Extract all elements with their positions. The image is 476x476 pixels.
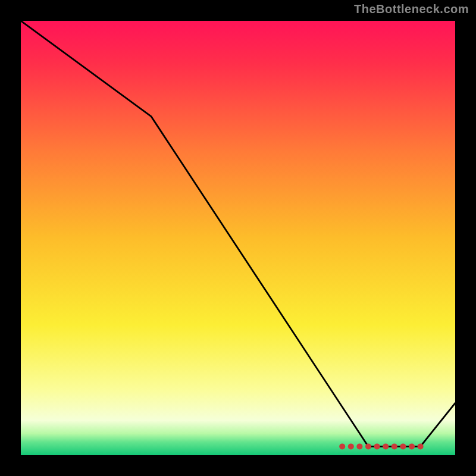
plot-area	[21, 21, 455, 455]
watermark-text: TheBottleneck.com	[354, 2, 469, 16]
gradient-background	[21, 21, 455, 455]
chart-stage: TheBottleneck.com	[0, 0, 476, 476]
gradient-rect	[21, 21, 455, 455]
